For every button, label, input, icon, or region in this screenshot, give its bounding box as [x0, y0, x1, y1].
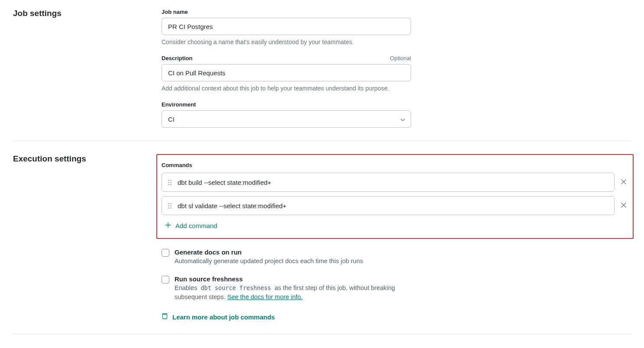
command-box	[162, 196, 615, 215]
section-header: Execution settings	[13, 154, 162, 321]
execution-settings-section: Execution settings Commands	[13, 154, 631, 334]
generate-docs-label: Generate docs on run	[175, 248, 411, 256]
learn-more-link[interactable]: Learn more about job commands	[162, 313, 275, 321]
svg-point-10	[168, 207, 169, 208]
generate-docs-option: Generate docs on run Automatically gener…	[162, 248, 411, 266]
svg-point-4	[168, 184, 169, 185]
generate-docs-checkbox[interactable]	[162, 249, 169, 257]
job-name-field: Job name Consider choosing a name that's…	[162, 9, 411, 45]
description-help: Add additional context about this job to…	[162, 85, 411, 92]
book-icon	[162, 313, 168, 321]
job-name-label: Job name	[162, 9, 188, 15]
svg-point-9	[170, 205, 171, 206]
job-settings-section: Job settings Job name Consider choosing …	[13, 9, 631, 141]
drag-handle-icon[interactable]	[168, 180, 172, 185]
section-title: Job settings	[13, 9, 162, 18]
close-icon	[621, 202, 627, 209]
command-row	[162, 173, 628, 192]
svg-point-2	[168, 182, 169, 183]
add-command-label: Add command	[175, 222, 217, 229]
environment-select[interactable]	[162, 110, 411, 128]
section-header: Job settings	[13, 9, 162, 128]
command-input[interactable]	[178, 202, 608, 209]
environment-label: Environment	[162, 101, 196, 108]
svg-point-11	[170, 207, 171, 208]
source-freshness-option: Run source freshness Enables dbt source …	[162, 275, 411, 302]
command-box	[162, 173, 615, 192]
environment-field: Environment	[162, 101, 411, 128]
svg-point-0	[168, 180, 169, 180]
source-freshness-code: dbt source freshness	[199, 284, 273, 292]
command-input[interactable]	[178, 179, 608, 186]
remove-command-button[interactable]	[619, 177, 628, 188]
learn-more-label: Learn more about job commands	[172, 313, 275, 321]
generate-docs-desc: Automatically generate updated project d…	[175, 257, 411, 266]
description-optional: Optional	[390, 55, 411, 61]
section-title: Execution settings	[13, 154, 162, 164]
source-freshness-label: Run source freshness	[175, 275, 411, 283]
description-label: Description	[162, 55, 193, 61]
commands-highlight: Commands	[156, 154, 634, 239]
close-icon	[621, 179, 627, 186]
add-command-button[interactable]: Add command	[162, 219, 221, 232]
commands-label: Commands	[162, 162, 628, 168]
remove-command-button[interactable]	[619, 200, 628, 211]
svg-point-6	[168, 203, 169, 204]
svg-point-7	[170, 203, 171, 204]
svg-point-8	[168, 205, 169, 206]
svg-point-3	[170, 182, 171, 183]
drag-handle-icon[interactable]	[168, 203, 172, 209]
section-body: Job name Consider choosing a name that's…	[162, 9, 631, 128]
job-name-input[interactable]	[162, 18, 411, 35]
svg-point-5	[170, 184, 171, 185]
plus-icon	[165, 222, 171, 229]
svg-point-1	[170, 180, 171, 180]
source-freshness-docs-link[interactable]: See the docs for more info.	[227, 293, 303, 300]
job-name-help: Consider choosing a name that's easily u…	[162, 39, 411, 45]
description-field: Description Optional Add additional cont…	[162, 55, 411, 92]
section-body: Commands	[162, 154, 631, 321]
source-freshness-checkbox[interactable]	[162, 276, 169, 284]
command-row	[162, 196, 628, 215]
description-input[interactable]	[162, 64, 411, 81]
source-freshness-desc: Enables dbt source freshness as the firs…	[175, 284, 411, 302]
